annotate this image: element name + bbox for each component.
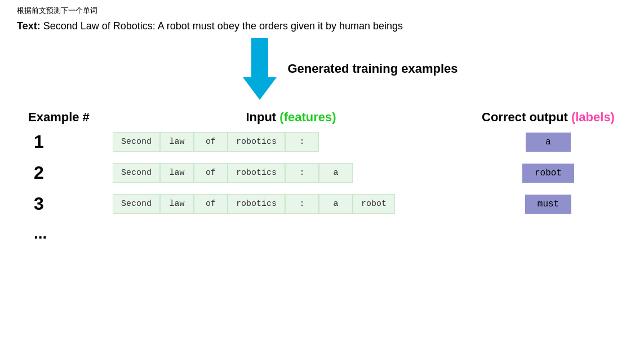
cell: Second — [113, 163, 160, 183]
cell: robot — [353, 194, 395, 214]
cell: of — [194, 194, 228, 214]
example-num-1: 1 — [28, 131, 113, 152]
table-row: 3 Second law of robotics : a robot must — [17, 193, 627, 214]
output-cell-3: must — [525, 195, 571, 214]
output-cell-1: a — [526, 133, 571, 152]
svg-marker-0 — [243, 38, 277, 100]
text-line: Text: Second Law of Robotics: A robot mu… — [17, 20, 627, 32]
col-input-header: Input (features) — [113, 110, 469, 125]
col-output-header: Correct output (labels) — [469, 110, 627, 125]
cell: Second — [113, 132, 160, 152]
cell: law — [160, 163, 194, 183]
arrow-row: Generated training examples — [73, 38, 627, 100]
chinese-title: 根据前文预测下一个单词 — [17, 6, 627, 16]
col-input-prefix: Input — [246, 110, 279, 124]
down-arrow-icon — [243, 38, 277, 100]
example-num-3: 3 — [28, 193, 113, 214]
col-output-prefix: Correct output — [482, 110, 571, 124]
col-example-header: Example # — [28, 110, 113, 125]
table-header: Example # Input (features) Correct outpu… — [17, 110, 627, 125]
input-cells-3: Second law of robotics : a robot — [113, 194, 469, 214]
ellipsis: ... — [17, 224, 627, 243]
page-container: 根据前文预测下一个单词 Text: Second Law of Robotics… — [0, 0, 644, 348]
cell: : — [285, 132, 319, 152]
input-cells-2: Second law of robotics : a — [113, 163, 469, 183]
example-num-2: 2 — [28, 162, 113, 183]
output-cell-container-1: a — [469, 133, 627, 152]
input-cells-1: Second law of robotics : — [113, 132, 469, 152]
cell: Second — [113, 194, 160, 214]
text-content-value: Second Law of Robotics: A robot must obe… — [43, 20, 403, 32]
cell: : — [285, 163, 319, 183]
col-input-features: (features) — [279, 110, 336, 124]
output-cell-container-2: robot — [469, 164, 627, 183]
table-row: 2 Second law of robotics : a robot — [17, 162, 627, 183]
col-output-labels: (labels) — [571, 110, 615, 124]
generated-label: Generated training examples — [288, 61, 458, 76]
table-row: 1 Second law of robotics : a — [17, 131, 627, 152]
cell: robotics — [228, 163, 285, 183]
cell: a — [319, 194, 353, 214]
cell: of — [194, 132, 228, 152]
table-section: Example # Input (features) Correct outpu… — [17, 110, 627, 243]
cell: : — [285, 194, 319, 214]
output-cell-container-3: must — [469, 195, 627, 214]
cell: robotics — [228, 132, 285, 152]
cell: law — [160, 132, 194, 152]
cell: law — [160, 194, 194, 214]
cell: of — [194, 163, 228, 183]
text-label: Text: — [17, 20, 41, 32]
output-cell-2: robot — [522, 164, 574, 183]
cell: robotics — [228, 194, 285, 214]
cell: a — [319, 163, 353, 183]
